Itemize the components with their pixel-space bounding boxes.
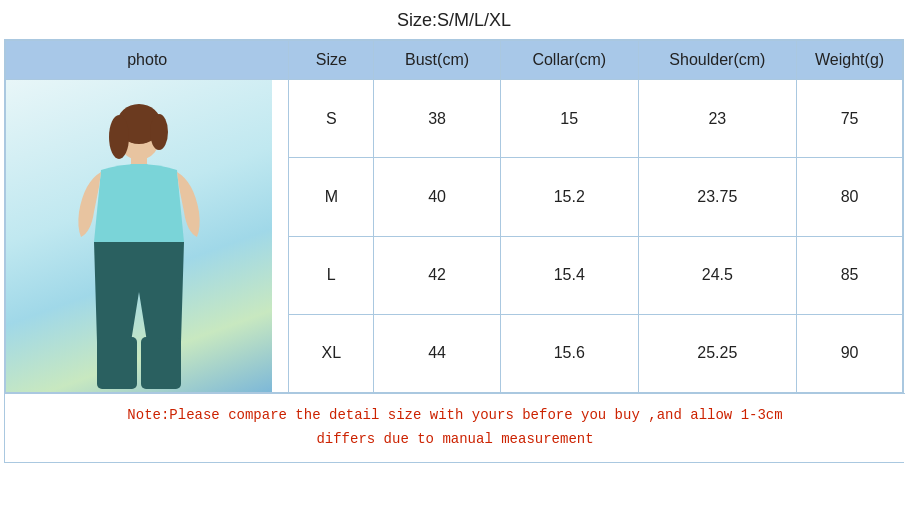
collar-m: 15.2 [501, 158, 639, 236]
collar-xl: 15.6 [501, 314, 639, 392]
table-row: S 38 15 23 75 [6, 80, 903, 158]
weight-l: 85 [797, 236, 903, 314]
header-bust: Bust(cm) [374, 41, 501, 80]
svg-point-3 [109, 115, 129, 159]
collar-l: 15.4 [501, 236, 639, 314]
header-size: Size [289, 41, 374, 80]
shoulder-m: 23.75 [638, 158, 797, 236]
product-image [6, 80, 272, 392]
note-section: Note:Please compare the detail size with… [5, 393, 905, 462]
collar-s: 15 [501, 80, 639, 158]
note-line-1: Note:Please compare the detail size with… [25, 404, 885, 428]
svg-rect-5 [97, 337, 137, 389]
note-line-2: differs due to manual measurement [25, 428, 885, 452]
bust-m: 40 [374, 158, 501, 236]
svg-point-4 [150, 114, 168, 150]
page-title: Size:S/M/L/XL [397, 10, 511, 30]
photo-cell [6, 80, 289, 393]
size-xl: XL [289, 314, 374, 392]
shoulder-s: 23 [638, 80, 797, 158]
size-m: M [289, 158, 374, 236]
weight-s: 75 [797, 80, 903, 158]
title-bar: Size:S/M/L/XL [0, 0, 908, 39]
svg-rect-6 [141, 337, 181, 389]
size-l: L [289, 236, 374, 314]
bust-xl: 44 [374, 314, 501, 392]
size-table-wrapper: photo Size Bust(cm) Collar(cm) Shoulder(… [4, 39, 904, 463]
shoulder-xl: 25.25 [638, 314, 797, 392]
header-shoulder: Shoulder(cm) [638, 41, 797, 80]
size-s: S [289, 80, 374, 158]
header-weight: Weight(g) [797, 41, 903, 80]
bust-l: 42 [374, 236, 501, 314]
weight-m: 80 [797, 158, 903, 236]
bust-s: 38 [374, 80, 501, 158]
size-table: photo Size Bust(cm) Collar(cm) Shoulder(… [5, 40, 903, 393]
weight-xl: 90 [797, 314, 903, 392]
shoulder-l: 24.5 [638, 236, 797, 314]
header-collar: Collar(cm) [501, 41, 639, 80]
header-photo: photo [6, 41, 289, 80]
